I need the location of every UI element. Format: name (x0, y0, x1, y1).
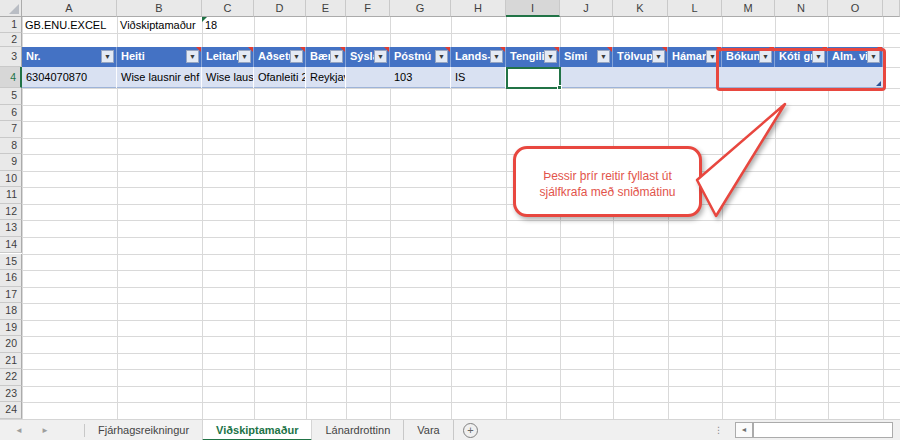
column-header-N[interactable]: N (775, 0, 828, 17)
table-header-H[interactable]: Lands-/▼ (451, 47, 506, 67)
filter-dropdown-button[interactable]: ▼ (101, 50, 114, 63)
cell-B4[interactable]: Wise lausnir ehf (117, 67, 202, 88)
table-header-D[interactable]: Aðsetu▼ (254, 47, 306, 67)
cell-E4[interactable]: Reykjavík (306, 67, 346, 88)
cell-A1[interactable]: GB.ENU.EXCEL (22, 17, 117, 33)
sheet-tab-vidskiptamadur[interactable]: Viðskiptamaður (202, 420, 312, 440)
column-header-F[interactable]: F (346, 0, 390, 17)
gridline (22, 320, 900, 321)
column-header-I[interactable]: I (506, 0, 560, 17)
sheet-tabs: Fjárhagsreikningur Viðskiptamaður Lánard… (84, 420, 454, 440)
table-header-F[interactable]: Sýsla▼ (346, 47, 390, 67)
row-header-16[interactable]: 16 (0, 270, 22, 287)
hscroll-left-button[interactable]: ◄ (735, 422, 753, 438)
row-header-18[interactable]: 18 (0, 303, 22, 320)
table-header-G[interactable]: Póstnú▼ (390, 47, 451, 67)
table-header-I[interactable]: Tengilið▼ (506, 47, 560, 67)
tab-nav-left-icon[interactable]: ◄ (8, 420, 30, 440)
row-header-21[interactable]: 21 (0, 353, 22, 370)
column-header-C[interactable]: C (202, 0, 254, 17)
column-header-M[interactable]: M (722, 0, 775, 17)
column-header-O[interactable]: O (828, 0, 883, 17)
comment-indicator-icon (662, 47, 667, 52)
scrollbar-gripper-icon[interactable]: ⋮ (714, 420, 722, 440)
active-cell-I4[interactable] (506, 67, 561, 89)
column-header-partial[interactable] (883, 0, 900, 17)
comment-indicator-icon (248, 47, 253, 52)
table-header-C[interactable]: Leitarh▼ (202, 47, 254, 67)
row-header-17[interactable]: 17 (0, 287, 22, 304)
cell-C1[interactable]: 18 (202, 17, 254, 33)
sheet-tab-lanardrottinn[interactable]: Lánardrottinn (312, 420, 404, 440)
column-header-A[interactable]: A (22, 0, 117, 17)
row-header-4[interactable]: 4 (0, 67, 22, 88)
gridline (22, 254, 900, 255)
column-header-D[interactable]: D (254, 0, 306, 17)
table-header-K[interactable]: Tölvup▼ (613, 47, 668, 67)
sheet-tab-vara[interactable]: Vara (404, 420, 453, 440)
gridline (22, 303, 900, 304)
sheet-tab-fjarhagsreikningur[interactable]: Fjárhagsreikningur (85, 420, 202, 440)
column-header-E[interactable]: E (306, 0, 346, 17)
row-header-7[interactable]: 7 (0, 121, 22, 138)
highlight-rectangle (716, 48, 886, 91)
row-header-24[interactable]: 24 (0, 402, 22, 419)
row-header-14[interactable]: 14 (0, 237, 22, 254)
select-all-triangle-icon (9, 4, 19, 14)
cell-B1[interactable]: Viðskiptamaður (117, 17, 202, 33)
column-header-G[interactable]: G (390, 0, 451, 17)
gridline (22, 336, 900, 337)
gridline (22, 270, 900, 271)
column-header-L[interactable]: L (668, 0, 722, 17)
tab-nav-right-icon[interactable]: ► (34, 420, 56, 440)
row-header-20[interactable]: 20 (0, 336, 22, 353)
row-header-8[interactable]: 8 (0, 138, 22, 155)
column-header-J[interactable]: J (560, 0, 613, 17)
row-header-10[interactable]: 10 (0, 171, 22, 188)
gridline (22, 386, 900, 387)
gridline (22, 287, 900, 288)
error-indicator-icon (202, 17, 207, 22)
comment-indicator-icon (607, 47, 612, 52)
row-header-23[interactable]: 23 (0, 386, 22, 403)
table-header-A[interactable]: Nr.▼ (22, 47, 117, 67)
fill-handle[interactable] (557, 85, 562, 90)
row-header-5[interactable]: 5 (0, 88, 22, 105)
comment-indicator-icon (300, 47, 305, 52)
gridline (22, 237, 900, 238)
cell-H4[interactable]: IS (451, 67, 506, 88)
select-all-button[interactable] (0, 0, 22, 17)
comment-indicator-icon (500, 47, 505, 52)
excel-worksheet-window: ABCDEFGHIJKLMNO1234567891011121314151617… (0, 0, 900, 440)
row-header-9[interactable]: 9 (0, 154, 22, 171)
row-header-19[interactable]: 19 (0, 320, 22, 337)
row-header-13[interactable]: 13 (0, 220, 22, 237)
cell-D4[interactable]: Ofanleiti 2 (254, 67, 306, 88)
row-header-15[interactable]: 15 (0, 254, 22, 271)
callout-tail (500, 95, 820, 235)
gridline (22, 353, 900, 354)
cell-C4[interactable]: Wise lausnir (202, 67, 254, 88)
comment-indicator-icon (554, 47, 559, 52)
column-header-K[interactable]: K (613, 0, 668, 17)
row-header-2[interactable]: 2 (0, 33, 22, 47)
comment-indicator-icon (445, 47, 450, 52)
sheet-tab-bar: ◄ ► Fjárhagsreikningur Viðskiptamaður Lá… (0, 419, 900, 440)
row-header-6[interactable]: 6 (0, 105, 22, 122)
row-header-3[interactable]: 3 (0, 47, 22, 67)
row-header-22[interactable]: 22 (0, 369, 22, 386)
table-header-B[interactable]: Heiti▼ (117, 47, 202, 67)
row-header-1[interactable]: 1 (0, 17, 22, 33)
column-header-H[interactable]: H (451, 0, 506, 17)
column-header-B[interactable]: B (117, 0, 202, 17)
row-header-12[interactable]: 12 (0, 204, 22, 221)
new-sheet-button[interactable]: + (463, 423, 478, 438)
row-header-11[interactable]: 11 (0, 187, 22, 204)
table-header-J[interactable]: Sími▼ (560, 47, 613, 67)
cell-G4[interactable]: 103 (390, 67, 451, 88)
table-header-E[interactable]: Bær▼ (306, 47, 346, 67)
comment-indicator-icon (384, 47, 389, 52)
cell-A4[interactable]: 6304070870 (22, 67, 117, 88)
horizontal-scrollbar[interactable] (753, 422, 893, 438)
table-header-L[interactable]: Hámark▼ (668, 47, 722, 67)
